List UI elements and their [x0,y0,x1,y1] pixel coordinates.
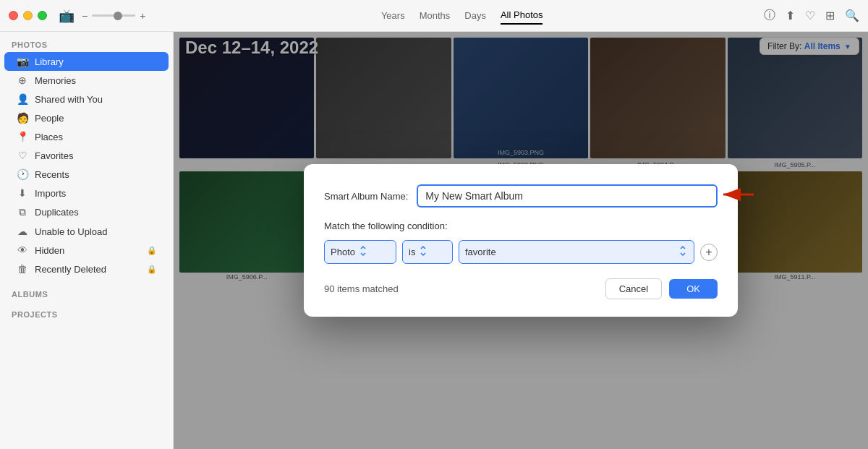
sidebar-section-photos: Photos 📷 Library ⊕ Memories 👤 Shared wit… [0,40,173,278]
sidebar-item-imports[interactable]: ⬇ Imports [4,184,169,202]
photo-grid-content: Filter By: All Items ▼ Dec 12–14, 2022 I… [174,32,868,449]
maximize-button[interactable] [38,11,47,20]
sidebar-item-places[interactable]: 📍 Places [4,127,169,146]
items-count: 90 [324,283,334,294]
sidebar-item-shared-with-you[interactable]: 👤 Shared with You [4,90,169,108]
share-icon[interactable]: ⬆ [786,9,795,22]
smart-album-modal: Smart Album Name: [304,164,738,317]
zoom-thumb[interactable] [114,12,122,20]
trash-icon: 🗑 [16,263,29,275]
sidebar-item-recently-deleted[interactable]: 🗑 Recently Deleted 🔒 [4,260,169,278]
modal-overlay: Smart Album Name: [174,32,868,449]
ok-button[interactable]: OK [669,279,718,299]
sidebar-section-projects-title: Projects [0,310,173,319]
sidebar-section-projects: Projects [0,310,173,319]
condition-value-text: favorite [465,247,496,257]
duplicates-icon: ⧉ [16,206,29,218]
sidebar-item-hidden-label: Hidden [35,245,64,256]
traffic-lights [9,11,47,20]
minimize-button[interactable] [23,11,33,20]
titlebar-actions: ⓘ ⬆ ♡ ⊞ 🔍 [764,8,859,23]
sidebar-item-library-label: Library [35,56,64,67]
sidebar-section-photos-title: Photos [0,40,173,49]
close-button[interactable] [9,11,18,20]
sidebar-item-people-label: People [35,113,64,124]
titlebar: 📺 − + Years Months Days All Photos ⓘ ⬆ ♡… [0,0,868,32]
recents-icon: 🕐 [16,168,29,180]
sidebar-item-deleted-label: Recently Deleted [35,264,106,275]
deleted-lock-icon: 🔒 [147,265,157,274]
library-icon: 📷 [16,56,29,67]
help-icon[interactable]: ⓘ [764,8,775,23]
grid-icon[interactable]: ⊞ [825,9,835,22]
items-matched-label: items matched [337,283,399,294]
modal-condition-row: Photo is [324,240,718,264]
sidebar-item-duplicates-label: Duplicates [35,207,79,218]
sidebar-item-imports-label: Imports [35,188,66,199]
modal-condition-label: Match the following condition: [324,221,718,231]
sidebar: Photos 📷 Library ⊕ Memories 👤 Shared wit… [0,32,174,449]
modal-footer: 90 items matched Cancel OK [324,278,718,299]
sidebar-item-favorites-label: Favorites [35,150,73,161]
modal-name-label: Smart Album Name: [324,191,408,202]
sidebar-item-memories[interactable]: ⊕ Memories [4,71,169,90]
condition-value-select[interactable]: favorite [459,240,694,264]
smart-album-name-input[interactable] [417,184,718,208]
search-icon[interactable]: 🔍 [845,9,859,22]
condition-type-value: Photo [331,247,355,257]
sidebar-section-albums-title: Albums [0,290,173,299]
sidebar-item-recents-label: Recents [35,169,69,180]
sidebar-item-upload-label: Unable to Upload [35,226,107,237]
modal-actions: Cancel OK [605,278,718,299]
main-container: Photos 📷 Library ⊕ Memories 👤 Shared wit… [0,32,868,449]
sidebar-item-memories-label: Memories [35,75,76,86]
cancel-button[interactable]: Cancel [605,278,662,299]
hidden-icon: 👁 [16,244,29,256]
upload-icon: ☁ [16,226,29,237]
condition-op-value: is [409,247,415,257]
tab-months[interactable]: Months [420,7,451,24]
hidden-lock-icon: 🔒 [147,246,157,255]
items-matched: 90 items matched [324,283,399,294]
tab-years[interactable]: Years [381,7,405,24]
tab-all-photos[interactable]: All Photos [501,7,543,25]
heart-icon[interactable]: ♡ [805,9,815,22]
modal-name-row: Smart Album Name: [324,184,718,208]
sidebar-item-duplicates[interactable]: ⧉ Duplicates [4,202,169,222]
tab-days[interactable]: Days [464,7,486,24]
condition-type-select[interactable]: Photo [324,240,396,264]
shared-icon: 👤 [16,93,29,105]
favorites-icon: ♡ [16,150,29,161]
zoom-track[interactable] [92,14,135,17]
arrow-annotation [718,184,757,205]
zoom-out-button[interactable]: − [82,10,88,22]
sidebar-item-library[interactable]: 📷 Library [4,52,169,71]
condition-value-chevron-icon [678,244,688,260]
sidebar-item-places-label: Places [35,132,63,142]
places-icon: 📍 [16,131,29,142]
zoom-in-button[interactable]: + [140,10,145,22]
condition-type-chevron-icon [358,244,368,260]
sidebar-item-people[interactable]: 🧑 People [4,108,169,127]
sidebar-item-unable-to-upload[interactable]: ☁ Unable to Upload [4,222,169,241]
sidebar-item-favorites[interactable]: ♡ Favorites [4,146,169,165]
sidebar-section-albums: Albums [0,290,173,299]
add-condition-button[interactable]: + [700,244,718,261]
sidebar-item-recents[interactable]: 🕐 Recents [4,165,169,184]
memories-icon: ⊕ [16,74,29,86]
tv-icon: 📺 [59,8,75,24]
imports-icon: ⬇ [16,187,29,199]
nav-tabs: Years Months Days All Photos [160,7,764,25]
condition-op-select[interactable]: is [402,240,453,264]
zoom-slider[interactable]: − + [82,10,145,22]
condition-op-chevron-icon [418,244,428,260]
people-icon: 🧑 [16,112,29,124]
sidebar-item-shared-label: Shared with You [35,94,103,105]
sidebar-item-hidden[interactable]: 👁 Hidden 🔒 [4,241,169,260]
